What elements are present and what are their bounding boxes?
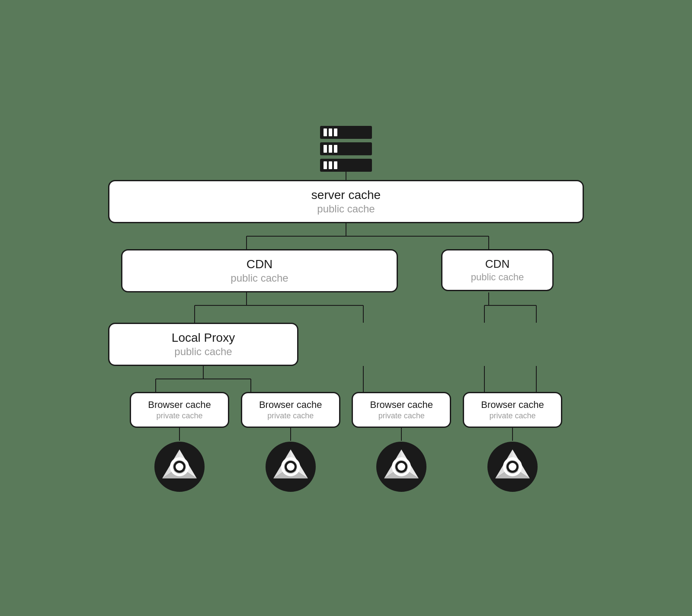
cdn-left-sub: public cache bbox=[135, 272, 384, 284]
server-cache-box: server cache public cache bbox=[108, 180, 584, 223]
conn-b1-chrome bbox=[179, 428, 180, 441]
browser-2-sub: private cache bbox=[249, 411, 332, 420]
cdn-right-label: CDN bbox=[453, 257, 542, 271]
browser-4-label: Browser cache bbox=[471, 399, 554, 411]
chrome-icon-3 bbox=[375, 441, 427, 493]
conn-b3-chrome bbox=[401, 428, 402, 441]
conn-b2-chrome bbox=[290, 428, 291, 441]
branch-line-proxy-browser bbox=[108, 366, 584, 392]
browser-3-label: Browser cache bbox=[360, 399, 443, 411]
browser-1-sub: private cache bbox=[138, 411, 221, 420]
svg-rect-6 bbox=[329, 145, 332, 153]
chrome-icon-2 bbox=[265, 441, 317, 493]
chrome-icon-4 bbox=[487, 441, 538, 493]
svg-rect-3 bbox=[334, 128, 337, 136]
server-cache-label: server cache bbox=[122, 188, 570, 202]
browser-col-4: Browser cache private cache bbox=[463, 392, 562, 493]
svg-rect-5 bbox=[324, 145, 327, 153]
branch-line-server bbox=[108, 223, 584, 249]
cdn-right-sub: public cache bbox=[453, 272, 542, 283]
local-proxy-label: Local Proxy bbox=[122, 331, 284, 345]
browser-2-label: Browser cache bbox=[249, 399, 332, 411]
conn-b4-chrome bbox=[512, 428, 513, 441]
cdn-left-box: CDN public cache bbox=[121, 249, 398, 292]
svg-rect-4 bbox=[320, 142, 372, 155]
local-proxy-section: Local Proxy public cache bbox=[108, 323, 298, 366]
svg-rect-2 bbox=[329, 128, 332, 136]
browser-col-2: Browser cache private cache bbox=[241, 392, 340, 493]
server-icon bbox=[311, 124, 381, 176]
svg-rect-11 bbox=[334, 161, 337, 169]
svg-point-42 bbox=[287, 463, 295, 471]
browser-row: Browser cache private cache bbox=[108, 392, 584, 493]
svg-rect-7 bbox=[334, 145, 337, 153]
svg-rect-0 bbox=[320, 126, 372, 139]
chrome-icon-1 bbox=[154, 441, 205, 493]
browser-col-3: Browser cache private cache bbox=[352, 392, 451, 493]
local-proxy-sub: public cache bbox=[122, 346, 284, 358]
cache-hierarchy-diagram: server cache public cache CDN public cac… bbox=[86, 106, 606, 510]
svg-rect-1 bbox=[324, 128, 327, 136]
browser-col-1: Browser cache private cache bbox=[130, 392, 229, 493]
browser-4-sub: private cache bbox=[471, 411, 554, 420]
svg-point-37 bbox=[176, 463, 183, 471]
server-cache-sub: public cache bbox=[122, 203, 570, 215]
browser-3-sub: private cache bbox=[360, 411, 443, 420]
browser-box-3: Browser cache private cache bbox=[352, 392, 451, 428]
svg-rect-8 bbox=[320, 159, 372, 172]
local-proxy-box: Local Proxy public cache bbox=[108, 323, 298, 366]
svg-rect-10 bbox=[329, 161, 332, 169]
local-proxy-row: Local Proxy public cache bbox=[108, 323, 584, 366]
branch-line-cdn bbox=[108, 292, 584, 323]
svg-point-52 bbox=[509, 463, 516, 471]
browser-box-4: Browser cache private cache bbox=[463, 392, 562, 428]
svg-rect-9 bbox=[324, 161, 327, 169]
connector-server-to-box bbox=[346, 176, 346, 180]
browser-1-label: Browser cache bbox=[138, 399, 221, 411]
browser-box-2: Browser cache private cache bbox=[241, 392, 340, 428]
cdn-left-label: CDN bbox=[135, 257, 384, 271]
cdn-right-section: CDN public cache bbox=[411, 249, 584, 292]
svg-point-47 bbox=[397, 463, 405, 471]
cdn-right-box: CDN public cache bbox=[441, 249, 554, 291]
cdn-left-section: CDN public cache bbox=[108, 249, 411, 292]
browser-box-1: Browser cache private cache bbox=[130, 392, 229, 428]
cdn-row: CDN public cache CDN public cache bbox=[108, 249, 584, 292]
